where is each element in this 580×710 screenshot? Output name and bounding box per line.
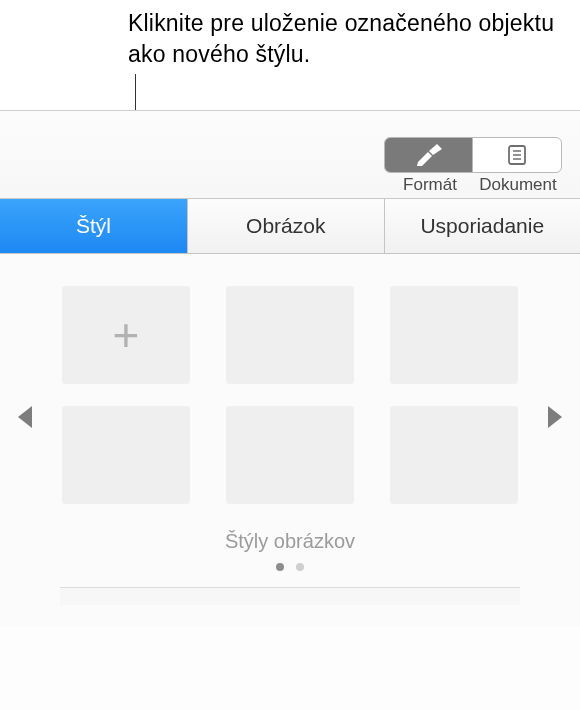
add-style-button[interactable]: + <box>62 286 190 384</box>
format-button[interactable] <box>385 138 473 172</box>
plus-icon: + <box>113 312 140 358</box>
tabs-row: Štýl Obrázok Usporiadanie <box>0 199 580 254</box>
divider <box>60 587 520 605</box>
tab-style[interactable]: Štýl <box>0 199 188 253</box>
inspector-panel: Formát Dokument Štýl Obrázok Usporiadani… <box>0 111 580 710</box>
tab-arrange[interactable]: Usporiadanie <box>385 199 581 253</box>
style-thumb[interactable] <box>226 286 354 384</box>
styles-area: + Štýly obrázkov <box>0 254 580 625</box>
style-thumb[interactable] <box>62 406 190 504</box>
styles-grid: + <box>60 286 520 504</box>
styles-next-arrow[interactable] <box>548 406 562 428</box>
page-dot-2[interactable] <box>296 563 304 571</box>
document-label: Dokument <box>474 175 562 195</box>
page-dots <box>60 563 520 571</box>
format-label: Formát <box>386 175 474 195</box>
page-dot-1[interactable] <box>276 563 284 571</box>
inspector-mode-segmented <box>384 137 562 173</box>
document-icon <box>506 144 528 166</box>
inspector-mode-labels: Formát Dokument <box>386 175 562 195</box>
style-thumb[interactable] <box>390 286 518 384</box>
paintbrush-icon <box>414 144 444 166</box>
styles-caption: Štýly obrázkov <box>60 530 520 553</box>
styles-prev-arrow[interactable] <box>18 406 32 428</box>
style-thumb[interactable] <box>226 406 354 504</box>
toolbar: Formát Dokument <box>0 111 580 199</box>
document-button[interactable] <box>473 138 561 172</box>
style-thumb[interactable] <box>390 406 518 504</box>
callout-text: Kliknite pre uloženie označeného objektu… <box>128 8 580 70</box>
tab-image[interactable]: Obrázok <box>188 199 385 253</box>
